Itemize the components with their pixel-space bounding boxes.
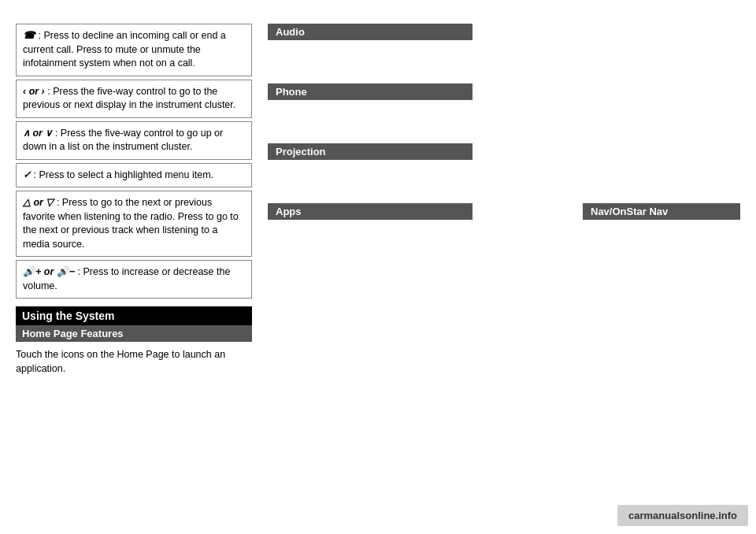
decline-symbol: ☎ <box>23 30 35 41</box>
instruction-next-prev: △ or ▽ : Press to go to the next or prev… <box>16 191 252 257</box>
watermark-text: carmanualsonline.info <box>628 510 737 521</box>
next-prev-symbol: △ or ▽ <box>23 197 57 208</box>
page-container: ☎ : Press to decline an incoming call or… <box>0 0 756 534</box>
audio-label: Audio <box>268 24 472 40</box>
feature-row-audio: Audio <box>268 24 740 40</box>
left-right-symbol: ‹ or › <box>23 86 47 97</box>
feature-row-phone: Phone <box>268 83 740 100</box>
home-features-body: Touch the icons on the Home Page to laun… <box>16 345 252 376</box>
projection-label: Projection <box>268 143 472 160</box>
feature-row-projection: Projection <box>268 143 740 160</box>
phone-label: Phone <box>268 83 472 100</box>
checkmark-text: : Press to select a highlighted menu ite… <box>33 169 213 180</box>
right-column: Audio Phone Projection Apps Nav/OnStar N… <box>268 24 740 518</box>
checkmark-symbol: ✓ <box>23 169 33 180</box>
sub-header-home-features: Home Page Features <box>16 325 252 342</box>
decline-text: : Press to decline an incoming call or e… <box>23 30 226 69</box>
nav-label-wrapper: Nav/OnStar Nav <box>583 203 740 220</box>
section-title: Using the System <box>16 306 252 325</box>
instruction-decline-call: ☎ : Press to decline an incoming call or… <box>16 24 252 76</box>
instruction-left-right: ‹ or › : Press the five-way control to g… <box>16 80 252 118</box>
volume-symbol: 🔊+ or 🔊− <box>23 266 78 277</box>
watermark: carmanualsonline.info <box>617 505 748 526</box>
left-column: ☎ : Press to decline an incoming call or… <box>16 24 252 518</box>
up-down-symbol: ∧ or ∨ <box>23 128 55 139</box>
apps-label: Apps <box>268 203 472 220</box>
instruction-up-down: ∧ or ∨ : Press the five-way control to g… <box>16 121 252 160</box>
nav-onstar-label: Nav/OnStar Nav <box>583 203 740 220</box>
feature-row-apps: Apps Nav/OnStar Nav <box>268 203 740 220</box>
left-right-text: : Press the five-way control to go to th… <box>23 86 235 111</box>
instruction-volume: 🔊+ or 🔊− : Press to increase or decrease… <box>16 260 252 299</box>
instruction-checkmark: ✓ : Press to select a highlighted menu i… <box>16 163 252 188</box>
